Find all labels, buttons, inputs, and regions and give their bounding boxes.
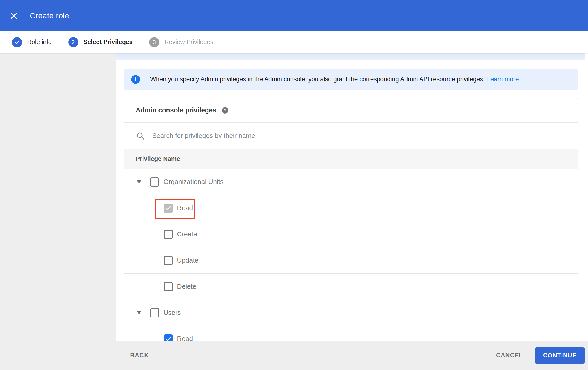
privilege-rows: Organizational UnitsReadCreateUpdateDele… bbox=[124, 169, 578, 341]
privilege-row-read: Read bbox=[124, 326, 578, 341]
collapse-toggle[interactable] bbox=[135, 309, 143, 317]
card-title: Admin console privileges bbox=[136, 107, 216, 114]
column-header-privilege-name: Privilege Name bbox=[136, 155, 180, 162]
stepper: Role info2Select Privileges3Review Privi… bbox=[0, 31, 588, 53]
page-title: Create role bbox=[30, 11, 69, 20]
privilege-label: Delete bbox=[177, 283, 196, 290]
info-banner: i When you specify Admin privileges in t… bbox=[124, 69, 578, 90]
privileges-card: Admin console privileges ? Privilege Nam… bbox=[124, 98, 578, 341]
privilege-label: Organizational Units bbox=[163, 178, 223, 186]
privilege-row-read: Read bbox=[124, 195, 578, 221]
privilege-checkbox[interactable] bbox=[164, 334, 173, 341]
close-button[interactable] bbox=[7, 9, 21, 23]
privilege-label: Update bbox=[177, 257, 199, 264]
app-bar: Create role bbox=[0, 0, 588, 31]
triangle-down-icon bbox=[137, 180, 141, 183]
table-header: Privilege Name bbox=[124, 149, 578, 169]
step-number: 2 bbox=[68, 37, 78, 47]
privilege-checkbox[interactable] bbox=[164, 282, 173, 291]
privilege-label: Users bbox=[163, 309, 181, 317]
step-label: Role info bbox=[27, 39, 52, 46]
continue-button[interactable]: CONTINUE bbox=[535, 347, 585, 364]
privilege-row-users: Users bbox=[124, 300, 578, 326]
privilege-checkbox[interactable] bbox=[164, 204, 173, 213]
privilege-checkbox[interactable] bbox=[164, 256, 173, 265]
info-icon: i bbox=[131, 75, 140, 84]
privilege-row-organizational-units: Organizational Units bbox=[124, 169, 578, 195]
stepper-step-review-privileges[interactable]: 3Review Privileges bbox=[149, 37, 213, 47]
banner-text: When you specify Admin privileges in the… bbox=[150, 76, 485, 83]
step-label: Select Privileges bbox=[84, 39, 133, 46]
search-icon bbox=[136, 132, 145, 140]
footer-bar: BACK CANCEL CONTINUE bbox=[0, 341, 588, 370]
help-icon[interactable]: ? bbox=[222, 107, 228, 114]
privilege-checkbox[interactable] bbox=[150, 177, 159, 187]
privilege-row-update: Update bbox=[124, 247, 578, 274]
search-input[interactable] bbox=[152, 132, 497, 140]
stepper-step-role-info[interactable]: Role info bbox=[12, 37, 52, 47]
step-number: 3 bbox=[149, 37, 159, 47]
privilege-row-create: Create bbox=[124, 221, 578, 247]
step-label: Review Privileges bbox=[164, 39, 213, 46]
collapse-toggle[interactable] bbox=[135, 178, 143, 186]
close-icon bbox=[10, 12, 18, 20]
learn-more-link[interactable]: Learn more bbox=[487, 76, 519, 83]
privilege-row-delete: Delete bbox=[124, 274, 578, 300]
cancel-button[interactable]: CANCEL bbox=[496, 352, 523, 359]
main-panel: i When you specify Admin privileges in t… bbox=[116, 53, 588, 341]
privilege-label: Read bbox=[177, 204, 193, 212]
privilege-label: Create bbox=[177, 230, 197, 238]
back-button[interactable]: BACK bbox=[130, 352, 149, 359]
search-row bbox=[124, 122, 578, 149]
stepper-step-select-privileges[interactable]: 2Select Privileges bbox=[68, 37, 133, 47]
privilege-checkbox[interactable] bbox=[164, 230, 173, 239]
triangle-down-icon bbox=[137, 311, 141, 314]
step-connector bbox=[137, 42, 144, 42]
step-check-icon bbox=[12, 37, 22, 47]
scrolled-content-strip bbox=[116, 53, 586, 60]
privilege-checkbox[interactable] bbox=[150, 308, 159, 317]
privilege-label: Read bbox=[177, 335, 193, 341]
step-connector bbox=[57, 42, 63, 42]
